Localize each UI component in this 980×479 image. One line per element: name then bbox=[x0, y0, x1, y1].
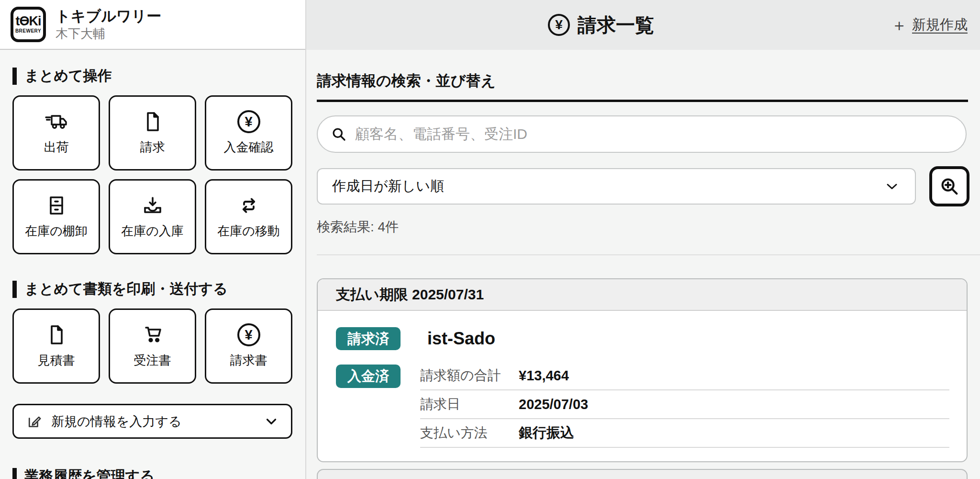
invoice-card[interactable]: 支払い期限 2025/07/31 請求済 ist-Sado 入金済 請求額の合計… bbox=[317, 278, 968, 462]
create-new-button[interactable]: ＋ 新規作成 bbox=[891, 0, 968, 50]
section-bar bbox=[12, 68, 17, 85]
invoice-card-header: 支払い期限 2025/07/31 bbox=[318, 279, 967, 311]
section-title-history: 業務履歴を管理する bbox=[12, 467, 293, 479]
yen-circle-icon: ¥ bbox=[237, 110, 260, 133]
stock-move-button[interactable]: 在庫の移動 bbox=[205, 179, 292, 254]
page-header: ¥ 請求一覧 ＋ 新規作成 bbox=[306, 0, 980, 50]
search-input[interactable] bbox=[355, 126, 953, 142]
heading-underline bbox=[317, 100, 968, 102]
section-title-print-send: まとめて書類を印刷・送付する bbox=[12, 279, 293, 299]
user-name: 木下大輔 bbox=[56, 26, 161, 42]
invoice-details: 入金済 請求額の合計 ¥13,464 請求日 2025/07/03 支払い方法 bbox=[336, 362, 949, 448]
payment-confirm-button[interactable]: ¥ 入金確認 bbox=[205, 95, 292, 171]
logo-text: tƟKi bbox=[16, 15, 41, 28]
document-icon bbox=[141, 110, 164, 133]
quotation-button[interactable]: 見積書 bbox=[12, 308, 100, 384]
stock-in-button[interactable]: 在庫の入庫 bbox=[109, 179, 196, 254]
plus-icon: ＋ bbox=[891, 17, 907, 33]
cabinet-icon bbox=[45, 194, 68, 217]
section-title-batch-actions: まとめて操作 bbox=[12, 66, 293, 86]
sort-select[interactable]: 作成日が新しい順 bbox=[317, 168, 916, 205]
main-panel: ¥ 請求一覧 ＋ 新規作成 請求情報の検索・並び替え 作成日が新しい順 bbox=[306, 0, 980, 479]
invoice-doc-button[interactable]: ¥ 請求書 bbox=[205, 308, 292, 384]
profile-names: トキブルワリー 木下大輔 bbox=[56, 7, 161, 41]
detail-rows: 請求額の合計 ¥13,464 請求日 2025/07/03 支払い方法 銀行振込 bbox=[420, 362, 949, 448]
status-badge-paid: 入金済 bbox=[336, 365, 401, 388]
list-divider bbox=[317, 254, 980, 255]
yen-circle-icon: ¥ bbox=[237, 323, 260, 346]
new-entry-dropdown[interactable]: 新規の情報を入力する bbox=[12, 404, 292, 439]
document-icon bbox=[45, 323, 68, 346]
invoice-card-body: 請求済 ist-Sado 入金済 請求額の合計 ¥13,464 請求日 bbox=[318, 311, 967, 461]
profile-header: tƟKi BREWERY トキブルワリー 木下大輔 bbox=[0, 0, 305, 50]
stocktake-button[interactable]: 在庫の棚卸 bbox=[12, 179, 100, 254]
section-bar bbox=[12, 281, 17, 298]
table-row: 請求額の合計 ¥13,464 bbox=[420, 362, 949, 390]
company-name: トキブルワリー bbox=[56, 7, 161, 26]
invoice-button[interactable]: 請求 bbox=[109, 95, 196, 171]
sidebar: tƟKi BREWERY トキブルワリー 木下大輔 まとめて操作 出荷 bbox=[0, 0, 306, 479]
inbox-arrow-down-icon bbox=[141, 194, 164, 217]
badge-column: 入金済 bbox=[336, 362, 420, 448]
table-row: 請求日 2025/07/03 bbox=[420, 390, 949, 419]
table-row: 支払い方法 銀行振込 bbox=[420, 419, 949, 448]
toki-brewery-logo: tƟKi BREWERY bbox=[11, 7, 46, 42]
truck-icon bbox=[44, 110, 69, 133]
due-date-label: 支払い期限 2025/07/31 bbox=[336, 285, 484, 305]
edit-icon bbox=[25, 413, 43, 430]
page-title-group: ¥ 請求一覧 bbox=[548, 0, 654, 50]
section-bar bbox=[12, 468, 17, 479]
chevron-down-icon bbox=[883, 178, 901, 195]
cart-icon bbox=[141, 323, 164, 346]
documents-grid: 見積書 受注書 ¥ 請求書 bbox=[12, 308, 293, 384]
yen-circle-icon: ¥ bbox=[548, 14, 570, 36]
advanced-search-button[interactable] bbox=[929, 166, 969, 206]
search-bar bbox=[317, 115, 967, 153]
shipping-button[interactable]: 出荷 bbox=[12, 95, 100, 171]
status-badge-invoiced: 請求済 bbox=[336, 327, 401, 351]
chevron-down-icon bbox=[263, 413, 279, 430]
next-invoice-card-top bbox=[317, 469, 968, 479]
batch-action-grid: 出荷 請求 ¥ 入金確認 在庫の棚卸 bbox=[12, 95, 293, 254]
zoom-in-icon bbox=[938, 175, 960, 197]
sort-row: 作成日が新しい順 bbox=[317, 166, 980, 206]
order-sheet-button[interactable]: 受注書 bbox=[109, 308, 196, 384]
search-icon bbox=[330, 125, 347, 143]
search-result-count: 検索結果: 4件 bbox=[317, 218, 980, 236]
search-section-heading: 請求情報の検索・並び替え bbox=[317, 71, 980, 91]
customer-name: ist-Sado bbox=[427, 329, 495, 349]
transfer-arrows-icon bbox=[237, 194, 260, 217]
customer-row: 請求済 ist-Sado bbox=[336, 323, 949, 354]
page-title: 請求一覧 bbox=[578, 12, 654, 38]
logo-subtext: BREWERY bbox=[15, 28, 41, 34]
